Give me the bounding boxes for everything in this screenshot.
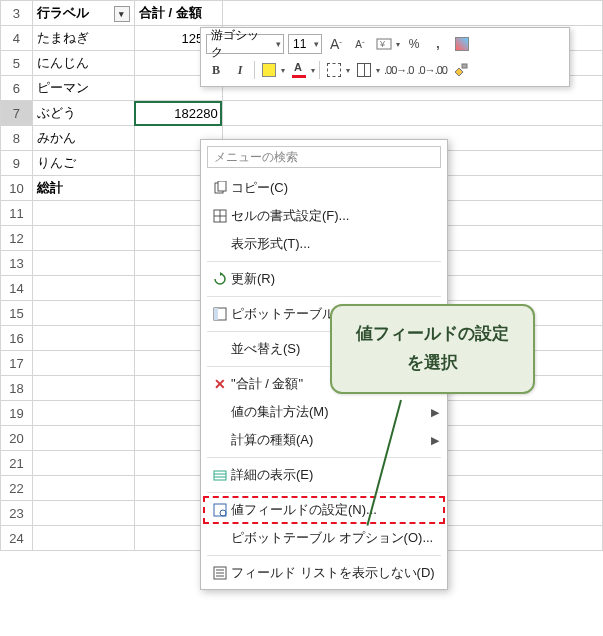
- row-header[interactable]: 3: [1, 1, 33, 26]
- bold-button[interactable]: B: [206, 60, 226, 80]
- font-family-combo[interactable]: 游ゴシック: [206, 34, 284, 54]
- row-header[interactable]: 21: [1, 451, 33, 476]
- mini-toolbar: 游ゴシック 11 Aˆ Aˇ ¥▾ % , B I ▾ ▾ ▾ ▾ .00→.0…: [200, 27, 570, 87]
- font-size-combo[interactable]: 11: [288, 34, 322, 54]
- cell[interactable]: [32, 326, 134, 351]
- menu-label: 値フィールドの設定(N)...: [231, 501, 377, 519]
- cell[interactable]: りんご: [32, 151, 134, 176]
- percent-format-button[interactable]: %: [404, 34, 424, 54]
- menu-search-input[interactable]: メニューの検索: [207, 146, 441, 168]
- row-header[interactable]: 24: [1, 526, 33, 551]
- conditional-format-button[interactable]: [452, 34, 472, 54]
- row-header[interactable]: 16: [1, 326, 33, 351]
- row-header[interactable]: 17: [1, 351, 33, 376]
- menu-label: 更新(R): [231, 270, 275, 288]
- cell[interactable]: たまねぎ: [32, 26, 134, 51]
- cell[interactable]: [222, 1, 602, 26]
- cell[interactable]: [32, 301, 134, 326]
- svg-text:¥: ¥: [379, 39, 386, 49]
- toolbar-separator: [254, 61, 255, 79]
- cell[interactable]: ピーマン: [32, 76, 134, 101]
- toolbar-separator: [319, 61, 320, 79]
- row-header[interactable]: 23: [1, 501, 33, 526]
- menu-show-details[interactable]: 詳細の表示(E): [201, 461, 447, 489]
- font-color-button[interactable]: [289, 60, 309, 80]
- menu-label: 並べ替え(S): [231, 340, 300, 358]
- row-header[interactable]: 18: [1, 376, 33, 401]
- cell[interactable]: [32, 251, 134, 276]
- merge-button[interactable]: [354, 60, 374, 80]
- grow-font-button[interactable]: Aˆ: [326, 34, 346, 54]
- cell[interactable]: [32, 501, 134, 526]
- pivot-icon: [209, 307, 231, 321]
- menu-label: セルの書式設定(F)...: [231, 207, 349, 225]
- cell[interactable]: [32, 201, 134, 226]
- menu-number-format[interactable]: 表示形式(T)...: [201, 230, 447, 258]
- menu-refresh[interactable]: 更新(R): [201, 265, 447, 293]
- row-header[interactable]: 6: [1, 76, 33, 101]
- submenu-arrow-icon: ▶: [431, 434, 439, 447]
- callout-text-line1: 値フィールドの設定: [342, 320, 523, 349]
- row-header[interactable]: 12: [1, 226, 33, 251]
- menu-show-values-as[interactable]: 計算の種類(A) ▶: [201, 426, 447, 454]
- fill-color-button[interactable]: [259, 60, 279, 80]
- row-header[interactable]: 9: [1, 151, 33, 176]
- menu-pivot-table-options[interactable]: ピボットテーブル オプション(O)...: [201, 524, 447, 552]
- shrink-font-button[interactable]: Aˇ: [350, 34, 370, 54]
- svg-rect-10: [214, 471, 226, 480]
- menu-label: ピボットテーブル: [231, 305, 335, 323]
- menu-hide-field-list[interactable]: フィールド リストを表示しない(D): [201, 559, 447, 587]
- submenu-arrow-icon: ▶: [431, 406, 439, 419]
- cell[interactable]: 行ラベル▾: [32, 1, 134, 26]
- cell[interactable]: ぶどう: [32, 101, 134, 126]
- menu-separator: [207, 296, 441, 297]
- cell[interactable]: [32, 476, 134, 501]
- menu-separator: [207, 492, 441, 493]
- field-settings-icon: [209, 503, 231, 517]
- increase-decimal-button[interactable]: .00→.0: [384, 60, 413, 80]
- menu-value-field-settings[interactable]: 値フィールドの設定(N)...: [201, 496, 447, 524]
- row-header[interactable]: 8: [1, 126, 33, 151]
- cell[interactable]: 総計: [32, 176, 134, 201]
- comma-format-button[interactable]: ,: [428, 34, 448, 54]
- borders-button[interactable]: [324, 60, 344, 80]
- cell[interactable]: [32, 226, 134, 251]
- cell[interactable]: [32, 276, 134, 301]
- cell[interactable]: [222, 101, 602, 126]
- row-header[interactable]: 4: [1, 26, 33, 51]
- row-header[interactable]: 15: [1, 301, 33, 326]
- cell[interactable]: [32, 426, 134, 451]
- row-header[interactable]: 7: [1, 101, 33, 126]
- menu-summarize-by[interactable]: 値の集計方法(M) ▶: [201, 398, 447, 426]
- svg-rect-4: [218, 181, 226, 191]
- row-header[interactable]: 10: [1, 176, 33, 201]
- row-header[interactable]: 19: [1, 401, 33, 426]
- menu-format-cells[interactable]: セルの書式設定(F)...: [201, 202, 447, 230]
- cell[interactable]: [32, 376, 134, 401]
- menu-copy[interactable]: コピー(C): [201, 174, 447, 202]
- cell[interactable]: みかん: [32, 126, 134, 151]
- cell[interactable]: [32, 526, 134, 551]
- filter-dropdown-icon[interactable]: ▾: [114, 6, 130, 22]
- cell[interactable]: 合計 / 金額: [134, 1, 222, 26]
- show-details-icon: [209, 468, 231, 482]
- cell[interactable]: [32, 401, 134, 426]
- decrease-decimal-button[interactable]: .0→.00: [417, 60, 446, 80]
- row-header[interactable]: 11: [1, 201, 33, 226]
- row-header[interactable]: 13: [1, 251, 33, 276]
- row-header[interactable]: 22: [1, 476, 33, 501]
- row-labels-header: 行ラベル: [37, 5, 89, 20]
- cell[interactable]: [32, 351, 134, 376]
- italic-button[interactable]: I: [230, 60, 250, 80]
- row-header[interactable]: 14: [1, 276, 33, 301]
- row-header[interactable]: 5: [1, 51, 33, 76]
- cell[interactable]: にんじん: [32, 51, 134, 76]
- cell[interactable]: 182280: [134, 101, 222, 126]
- format-painter-button[interactable]: [451, 60, 471, 80]
- menu-label: コピー(C): [231, 179, 288, 197]
- cell[interactable]: [32, 451, 134, 476]
- refresh-icon: [209, 272, 231, 286]
- row-header[interactable]: 20: [1, 426, 33, 451]
- accounting-format-button[interactable]: ¥: [374, 34, 394, 54]
- menu-label: 値の集計方法(M): [231, 403, 329, 421]
